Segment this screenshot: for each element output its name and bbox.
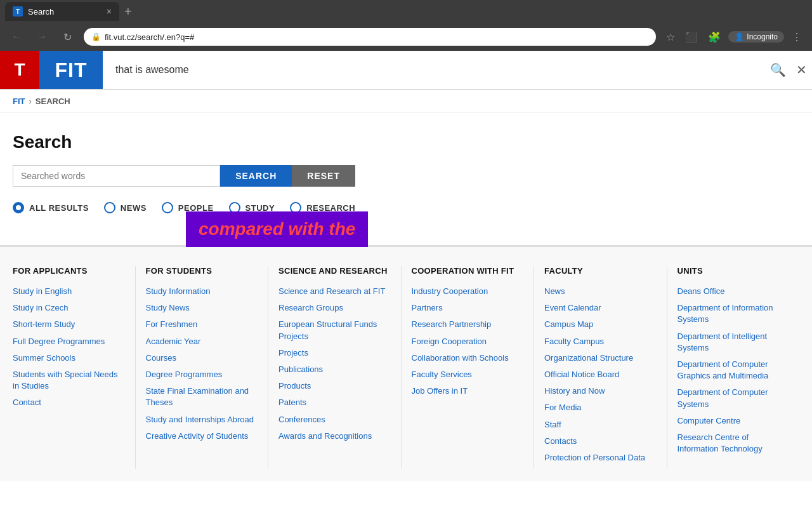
incognito-label: Incognito xyxy=(747,32,778,41)
footer-link[interactable]: Industry Cooperation xyxy=(412,286,524,297)
footer-link[interactable]: State Final Examination and Theses xyxy=(146,385,258,408)
search-button[interactable]: SEARCH xyxy=(220,165,292,187)
footer-link[interactable]: Study News xyxy=(146,302,258,314)
footer-col-faculty-title: FACULTY xyxy=(544,266,657,276)
address-bar[interactable]: 🔒 fit.vut.cz/search/.en?q=# xyxy=(84,28,656,46)
more-menu-btn[interactable]: ⋮ xyxy=(789,29,804,46)
tab-title: Search xyxy=(28,7,102,17)
page-title: Search xyxy=(13,132,799,152)
footer-section: FOR APPLICANTS Study in English Study in… xyxy=(0,245,812,481)
search-words-input[interactable] xyxy=(13,165,220,187)
search-submit-icon[interactable]: 🔍 xyxy=(770,62,786,77)
breadcrumb: FIT › SEARCH xyxy=(0,90,812,113)
footer-link[interactable]: Creative Activity of Students xyxy=(146,431,258,442)
footer-link[interactable]: Collaboration with Schools xyxy=(412,352,524,364)
footer-link[interactable]: European Structural Funds Projects xyxy=(278,319,391,342)
popup-overlay: compared with the xyxy=(186,211,368,247)
main-content: Search SEARCH RESET ALL RESULTS NEWS PEO… xyxy=(0,113,812,245)
footer-link[interactable]: Event Calendar xyxy=(544,302,657,314)
incognito-btn[interactable]: 👤 Incognito xyxy=(728,31,784,43)
footer-col-applicants-title: FOR APPLICANTS xyxy=(13,266,125,276)
footer-link[interactable]: Contact xyxy=(13,397,125,408)
footer-link[interactable]: Full Degree Programmes xyxy=(13,336,125,347)
footer-link[interactable]: Students with Special Needs in Studies xyxy=(13,369,125,392)
footer-link[interactable]: For Media xyxy=(544,402,657,413)
footer-link[interactable]: Study and Internships Abroad xyxy=(146,414,258,425)
browser-chrome: T Search × + ← → ↻ 🔒 fit.vut.cz/search/.… xyxy=(0,0,812,51)
footer-col-cooperation: COOPERATION WITH FIT Industry Cooperatio… xyxy=(402,266,535,469)
footer-link[interactable]: For Freshmen xyxy=(146,319,258,330)
footer-link[interactable]: Summer Schools xyxy=(13,352,125,364)
fit-logo[interactable]: FIT xyxy=(39,51,103,89)
footer-link[interactable]: Science and Research at FIT xyxy=(278,286,391,297)
footer-link[interactable]: Degree Programmes xyxy=(146,369,258,380)
reload-btn[interactable]: ↻ xyxy=(58,28,76,46)
footer-link[interactable]: History and Now xyxy=(544,385,657,397)
footer-link[interactable]: Awards and Recognitions xyxy=(278,431,391,442)
footer-link[interactable]: Department of Information Systems xyxy=(678,302,790,325)
footer-link[interactable]: Faculty Services xyxy=(412,369,524,380)
footer-link[interactable]: Protection of Personal Data xyxy=(544,452,657,464)
footer-link[interactable]: Patents xyxy=(278,397,391,408)
footer-link[interactable]: News xyxy=(544,286,657,297)
breadcrumb-separator: › xyxy=(29,97,32,106)
footer-col-faculty: FACULTY News Event Calendar Campus Map F… xyxy=(534,266,667,469)
site-search-bar xyxy=(103,51,770,89)
radio-people[interactable] xyxy=(162,202,173,213)
footer-link[interactable]: Faculty Campus xyxy=(544,336,657,347)
bookmark-icon[interactable]: ☆ xyxy=(664,29,678,46)
site-search-input[interactable] xyxy=(115,64,757,76)
vut-logo-text: T xyxy=(14,60,25,80)
extensions-icon[interactable]: ⬛ xyxy=(683,29,700,46)
footer-link[interactable]: Staff xyxy=(544,419,657,431)
footer-link[interactable]: Publications xyxy=(278,364,391,375)
footer-link[interactable]: Research Groups xyxy=(278,302,391,314)
footer-link[interactable]: Research Partnership xyxy=(412,319,524,330)
footer-link[interactable]: Academic Year xyxy=(146,336,258,347)
radio-all[interactable] xyxy=(13,202,24,213)
filter-all-results[interactable]: ALL RESULTS xyxy=(13,202,89,213)
footer-link[interactable]: Courses xyxy=(146,352,258,364)
filter-news[interactable]: NEWS xyxy=(104,202,147,213)
active-tab[interactable]: T Search × xyxy=(5,2,119,21)
footer-link[interactable]: Organizational Structure xyxy=(544,352,657,364)
site-search-icons: 🔍 ✕ xyxy=(770,51,812,89)
footer-link[interactable]: Department of Intelligent Systems xyxy=(678,331,790,354)
search-form: SEARCH RESET xyxy=(13,165,355,187)
forward-btn[interactable]: → xyxy=(33,28,51,46)
breadcrumb-home[interactable]: FIT xyxy=(13,97,25,106)
footer-link[interactable]: Short-term Study xyxy=(13,319,125,330)
footer-link[interactable]: Research Centre of Information Technolog… xyxy=(678,432,790,455)
search-close-icon[interactable]: ✕ xyxy=(796,62,807,77)
footer-link[interactable]: Job Offers in IT xyxy=(412,385,524,397)
footer-link[interactable]: Study in English xyxy=(13,286,125,297)
puzzle-icon[interactable]: 🧩 xyxy=(705,29,723,46)
lock-icon: 🔒 xyxy=(91,32,101,41)
footer-link[interactable]: Products xyxy=(278,380,391,392)
footer-link[interactable]: Official Notice Board xyxy=(544,369,657,380)
vut-logo[interactable]: T xyxy=(0,51,39,89)
footer-link[interactable]: Projects xyxy=(278,347,391,359)
footer-link[interactable]: Department of Computer Graphics and Mult… xyxy=(678,359,790,382)
footer-link[interactable]: Department of Computer Systems xyxy=(678,387,790,410)
tab-close-btn[interactable]: × xyxy=(107,6,112,17)
footer-link[interactable]: Contacts xyxy=(544,436,657,447)
footer-link[interactable]: Study Information xyxy=(146,286,258,297)
footer-link[interactable]: Study in Czech xyxy=(13,302,125,314)
footer-col-applicants: FOR APPLICANTS Study in English Study in… xyxy=(13,266,136,469)
new-tab-btn[interactable]: + xyxy=(124,4,132,19)
footer-link[interactable]: Partners xyxy=(412,302,524,314)
incognito-icon: 👤 xyxy=(735,32,744,41)
address-bar-row: ← → ↻ 🔒 fit.vut.cz/search/.en?q=# ☆ ⬛ 🧩 … xyxy=(0,23,812,51)
footer-col-cooperation-title: COOPERATION WITH FIT xyxy=(412,266,524,276)
footer-link[interactable]: Conferences xyxy=(278,414,391,425)
reset-button[interactable]: RESET xyxy=(292,165,355,187)
footer-link[interactable]: Foreign Cooperation xyxy=(412,336,524,347)
back-btn[interactable]: ← xyxy=(8,28,25,46)
footer-link[interactable]: Deans Office xyxy=(678,286,790,297)
toolbar-icons: ☆ ⬛ 🧩 👤 Incognito ⋮ xyxy=(664,29,804,46)
footer-link[interactable]: Campus Map xyxy=(544,319,657,330)
footer-link[interactable]: Computer Centre xyxy=(678,415,790,427)
tab-favicon: T xyxy=(13,6,23,17)
radio-news[interactable] xyxy=(104,202,115,213)
